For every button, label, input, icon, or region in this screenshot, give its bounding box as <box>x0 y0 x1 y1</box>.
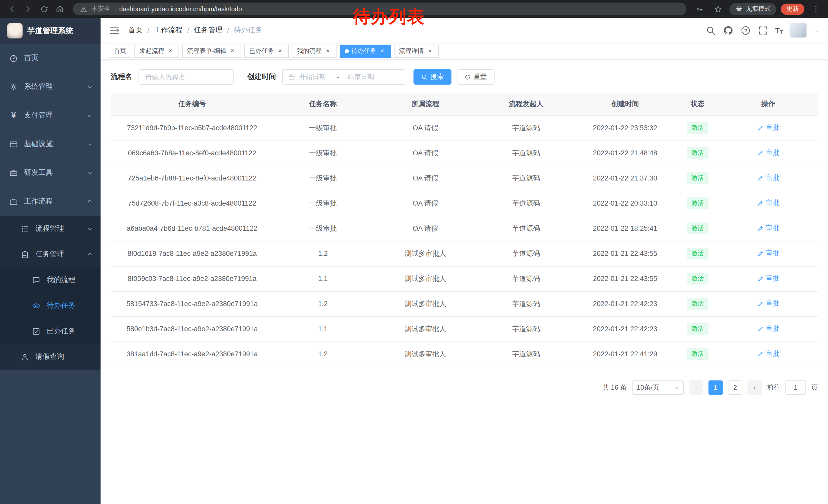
header-process: 所属流程 <box>372 93 479 116</box>
back-icon[interactable] <box>5 2 19 16</box>
approve-link[interactable]: 审批 <box>757 299 780 308</box>
active-dot <box>345 49 349 53</box>
user-avatar[interactable] <box>790 22 807 38</box>
approve-link-label: 审批 <box>766 148 780 158</box>
cell-process: OA 请假 <box>372 216 479 241</box>
date-range-picker[interactable]: 开始日期 - 结束日期 <box>282 69 405 85</box>
home-icon[interactable] <box>53 2 67 16</box>
approve-link[interactable]: 审批 <box>757 274 780 283</box>
pen-icon <box>757 225 763 232</box>
close-icon[interactable]: × <box>324 47 331 55</box>
approve-link[interactable]: 审批 <box>757 249 780 258</box>
process-name-label: 流程名 <box>111 72 132 82</box>
sidebar-item-devtools[interactable]: 研发工具 <box>0 158 100 187</box>
cell-status: 激活 <box>676 316 719 341</box>
breadcrumb-separator: / <box>227 26 229 34</box>
breadcrumb-separator: / <box>187 26 189 34</box>
breadcrumb-workflow[interactable]: 工作流程 <box>154 26 182 35</box>
approve-link[interactable]: 审批 <box>757 350 780 359</box>
search-button[interactable]: 搜索 <box>413 69 451 85</box>
approve-link-label: 审批 <box>766 123 780 133</box>
cell-create-time: 2022-01-21 22:43:55 <box>574 266 676 291</box>
sidebar-item-done-tasks[interactable]: 已办任务 <box>0 318 100 344</box>
chevron-up-icon <box>87 251 93 258</box>
hamburger-icon[interactable] <box>109 25 120 36</box>
sidebar-item-todo-tasks[interactable]: 待办任务 <box>0 293 100 318</box>
tab-process-detail[interactable]: 流程详情× <box>394 44 439 58</box>
close-icon[interactable]: × <box>229 47 236 55</box>
cell-create-time: 2022-01-21 22:41:29 <box>574 341 676 367</box>
key-icon[interactable] <box>693 2 706 16</box>
cell-task-id: 8f0d1619-7ac8-11ec-a9e2-a2380e71991a <box>111 241 274 266</box>
cell-starter: 芋道源码 <box>479 266 574 291</box>
app-shell: 芋道管理系统 首页 系统管理 ¥ 支付管理 基础设施 <box>0 18 828 504</box>
reset-button[interactable]: 重置 <box>457 69 495 85</box>
table-row: 8f0d1619-7ac8-11ec-a9e2-a2380e71991a 1.2… <box>111 241 818 266</box>
menu-dots-icon[interactable] <box>809 2 823 16</box>
sidebar-item-system[interactable]: 系统管理 <box>0 72 100 101</box>
close-icon[interactable]: × <box>277 47 284 55</box>
approve-link[interactable]: 审批 <box>757 148 780 158</box>
status-badge: 激活 <box>687 197 708 209</box>
goto-page-input[interactable] <box>785 380 806 395</box>
sidebar-item-payment[interactable]: ¥ 支付管理 <box>0 101 100 130</box>
sidebar-item-leave-query[interactable]: 请假查询 <box>0 344 100 370</box>
prev-page-button[interactable]: ‹ <box>689 380 703 395</box>
breadcrumb-task-management[interactable]: 任务管理 <box>194 26 223 35</box>
cell-process: 测试多审批人 <box>372 291 479 316</box>
sidebar-logo[interactable]: 芋道管理系统 <box>0 18 100 44</box>
close-icon[interactable]: × <box>379 47 386 55</box>
tab-done-tasks[interactable]: 已办任务× <box>244 44 289 58</box>
cell-create-time: 2022-01-22 21:48:48 <box>574 140 676 166</box>
fullscreen-icon[interactable] <box>757 25 768 36</box>
update-button[interactable]: 更新 <box>781 3 804 15</box>
approve-link[interactable]: 审批 <box>757 199 780 208</box>
address-bar[interactable]: 不安全 dashboard.yudao.iocoder.cn/bpm/task/… <box>73 3 687 15</box>
page-button-1[interactable]: 1 <box>708 380 723 395</box>
reload-icon[interactable] <box>37 2 51 16</box>
next-page-button[interactable]: › <box>747 380 762 395</box>
sidebar-item-label: 基础设施 <box>24 139 53 149</box>
approve-link[interactable]: 审批 <box>757 123 780 133</box>
help-icon[interactable]: ? <box>740 25 751 36</box>
page-button-2[interactable]: 2 <box>728 380 742 395</box>
cell-create-time: 2022-01-21 22:43:55 <box>574 241 676 266</box>
bookmark-star-icon[interactable] <box>711 2 725 16</box>
table-row: a6aba0a4-7b6d-11ec-b781-acde48001122 一级审… <box>111 216 818 241</box>
process-name-input[interactable] <box>138 69 234 85</box>
tab-home[interactable]: 首页 <box>109 44 131 58</box>
sidebar-item-process-management[interactable]: 流程管理 <box>0 216 100 241</box>
table-row: 58154733-7ac8-11ec-a9e2-a2380e71991a 1.2… <box>111 291 818 316</box>
cell-starter: 芋道源码 <box>479 191 574 216</box>
sidebar-item-infrastructure[interactable]: 基础设施 <box>0 130 100 158</box>
table-row: 580e1b3d-7ac8-11ec-a9e2-a2380e71991a 1.1… <box>111 316 818 341</box>
sidebar-item-home[interactable]: 首页 <box>0 44 100 72</box>
breadcrumb-home[interactable]: 首页 <box>128 26 142 35</box>
approve-link-label: 审批 <box>766 249 780 258</box>
tab-todo-tasks[interactable]: 待办任务× <box>340 44 391 58</box>
close-icon[interactable]: × <box>167 47 174 55</box>
sidebar-item-task-management[interactable]: 任务管理 <box>0 241 100 267</box>
status-badge: 激活 <box>687 122 708 134</box>
sidebar-item-label: 请假查询 <box>35 352 64 362</box>
page-size-select[interactable]: 10条/页 <box>632 380 684 395</box>
approve-link[interactable]: 审批 <box>757 224 780 233</box>
sidebar-item-my-process[interactable]: 我的流程 <box>0 267 100 293</box>
cell-create-time: 2022-01-21 22:42:23 <box>574 316 676 341</box>
approve-link[interactable]: 审批 <box>757 324 780 333</box>
header-actions: 操作 <box>719 93 818 116</box>
github-icon[interactable] <box>722 25 733 36</box>
avatar-caret-icon[interactable] <box>814 27 820 33</box>
search-icon[interactable] <box>705 25 716 36</box>
sidebar-item-workflow[interactable]: 工作流程 <box>0 187 100 216</box>
table-row: 8f059c03-7ac8-11ec-a9e2-a2380e71991a 1.1… <box>111 266 818 291</box>
forward-icon[interactable] <box>21 2 35 16</box>
table-row: 381aa1dd-7ac8-11ec-a9e2-a2380e71991a 1.2… <box>111 341 818 367</box>
close-icon[interactable]: × <box>426 47 433 55</box>
tab-my-process[interactable]: 我的流程× <box>292 44 336 58</box>
tab-form-edit[interactable]: 流程表单-编辑× <box>182 44 241 58</box>
font-size-icon[interactable]: TT <box>775 26 783 35</box>
tab-start-process[interactable]: 发起流程× <box>134 44 179 58</box>
tab-label: 已办任务 <box>249 47 274 55</box>
approve-link[interactable]: 审批 <box>757 174 780 183</box>
